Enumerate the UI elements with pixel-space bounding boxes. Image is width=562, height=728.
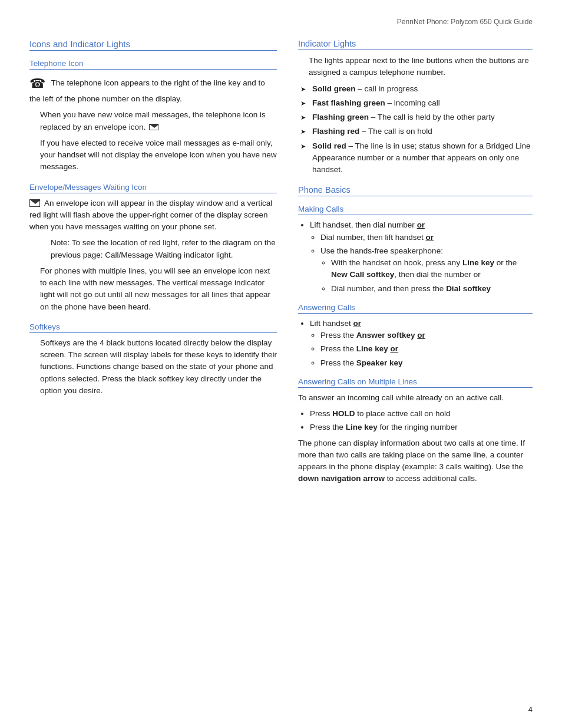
answering-calls-item4: Press the Speaker key (320, 357, 533, 369)
answering-multiple-item1: Press HOLD to place active call on hold (310, 408, 533, 420)
right-column: Indicator Lights The lights appear next … (298, 39, 533, 489)
envelope-icon-heading: Envelope/Messages Waiting Icon (29, 183, 277, 192)
answering-calls-list: Lift handset or Press the Answer softkey… (310, 318, 533, 369)
softkeys-divider (29, 332, 277, 333)
page-number: 4 (528, 705, 533, 714)
envelope-icon-inline (149, 124, 158, 130)
indicator-lights-intro: The lights appear next to the line butto… (309, 55, 533, 79)
telephone-icon-divider (29, 69, 277, 70)
making-calls-sublist1: Dial number, then lift handset or Use th… (320, 232, 533, 295)
answering-multiple-item2: Press the Line key for the ringing numbe… (310, 421, 533, 433)
making-calls-divider (298, 215, 533, 215)
making-calls-sublist2: With the handset on hook, press any Line… (331, 257, 533, 295)
telephone-icon-heading: Telephone Icon (29, 59, 277, 68)
answering-calls-item1: Lift handset or Press the Answer softkey… (310, 318, 533, 369)
answering-multiple-divider (298, 387, 533, 388)
envelope-icon-para1: An envelope icon will appear in the disp… (29, 197, 277, 233)
answering-calls-item3: Press the Line key or (320, 343, 533, 355)
making-calls-item3: Use the hands-free speakerphone: With th… (320, 245, 533, 295)
envelope-icon-note: Note: To see the location of red light, … (51, 237, 277, 261)
making-calls-item5: Dial number, and then press the Dial sof… (331, 283, 533, 295)
answering-calls-item2: Press the Answer softkey or (320, 330, 533, 341)
envelope-icon-large (29, 199, 40, 207)
indicator-lights-divider (298, 50, 533, 50)
answering-calls-heading: Answering Calls (298, 303, 533, 312)
page-title: PennNet Phone: Polycom 650 Quick Guide (397, 18, 533, 26)
softkeys-para: Softkeys are the 4 black buttons located… (40, 337, 277, 397)
answering-multiple-intro: To answer an incoming call while already… (298, 392, 533, 404)
making-calls-item1: Lift handset, then dial number or Dial n… (310, 219, 533, 295)
answering-multiple-list: Press HOLD to place active call on hold … (310, 408, 533, 434)
making-calls-heading: Making Calls (298, 205, 533, 213)
making-calls-item2: Dial number, then lift handset or (320, 232, 533, 243)
softkeys-heading: Softkeys (29, 322, 277, 331)
indicator-flashing-green: Flashing green – The call is held by the… (300, 111, 533, 123)
indicator-solid-green: Solid green – call in progress (300, 83, 533, 95)
left-column: Icons and Indicator Lights Telephone Ico… (29, 39, 277, 401)
envelope-icon-para3: For phones with multiple lines, you will… (40, 265, 277, 313)
telephone-icon-para3: If you have elected to receive voice mai… (40, 137, 277, 173)
indicator-solid-red: Solid red – The line is in use; status s… (300, 140, 533, 176)
main-section-divider (29, 50, 277, 51)
making-calls-list: Lift handset, then dial number or Dial n… (310, 219, 533, 295)
indicator-flashing-red: Flashing red – The call is on hold (300, 126, 533, 137)
telephone-icon-para2: When you have new voice mail messages, t… (40, 109, 277, 133)
envelope-icon-divider (29, 193, 277, 193)
indicator-lights-heading: Indicator Lights (298, 39, 533, 48)
phone-basics-heading: Phone Basics (298, 185, 533, 195)
icons-indicator-section-label: Icons and Indicator Lights (29, 39, 277, 49)
phone-icon: ☎ (29, 74, 45, 93)
answering-multiple-heading: Answering Calls on Multiple Lines (298, 377, 533, 386)
page: PennNet Phone: Polycom 650 Quick Guide I… (0, 0, 562, 728)
indicator-fast-green: Fast flashing green – incoming call (300, 97, 533, 109)
answering-calls-divider (298, 313, 533, 314)
page-header: PennNet Phone: Polycom 650 Quick Guide (29, 18, 533, 28)
phone-basics-divider (298, 196, 533, 196)
answering-calls-sublist: Press the Answer softkey or Press the Li… (320, 330, 533, 369)
indicator-lights-list: Solid green – call in progress Fast flas… (300, 83, 533, 176)
answering-multiple-outro: The phone can display information about … (298, 437, 533, 485)
two-column-layout: Icons and Indicator Lights Telephone Ico… (29, 39, 533, 489)
telephone-icon-para1: ☎ The telephone icon appears to the righ… (29, 74, 277, 105)
making-calls-item4: With the handset on hook, press any Line… (331, 257, 533, 281)
